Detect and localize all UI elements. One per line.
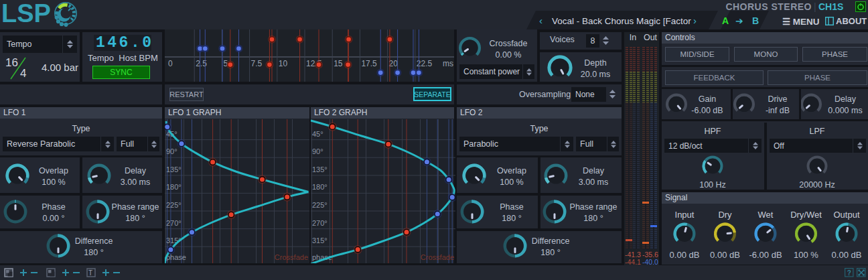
- svg-text:ms: ms: [443, 59, 453, 68]
- svg-text:17.5: 17.5: [361, 59, 377, 68]
- svg-text:90°: 90°: [312, 147, 323, 155]
- svg-text:10: 10: [279, 59, 288, 68]
- svg-text:20: 20: [389, 59, 399, 68]
- svg-text:?: ?: [847, 269, 851, 277]
- svg-text:90°: 90°: [166, 147, 177, 155]
- svg-text:0: 0: [168, 59, 173, 68]
- svg-text:T: T: [88, 269, 92, 277]
- svg-text:225°: 225°: [312, 201, 328, 209]
- svg-text:135°: 135°: [312, 165, 328, 173]
- svg-text:315°: 315°: [312, 236, 328, 244]
- svg-text:phase: phase: [166, 253, 186, 261]
- svg-text:7.5: 7.5: [251, 59, 263, 68]
- svg-text:Crossfade: Crossfade: [275, 253, 308, 261]
- svg-text:180°: 180°: [166, 183, 182, 191]
- svg-text:135°: 135°: [166, 165, 182, 173]
- svg-text:180°: 180°: [312, 183, 328, 191]
- svg-text:225°: 225°: [166, 201, 182, 209]
- svg-text:270°: 270°: [312, 219, 328, 227]
- svg-text:Crossfade: Crossfade: [421, 253, 454, 261]
- svg-text:270°: 270°: [166, 219, 182, 227]
- svg-text:15: 15: [334, 59, 343, 68]
- svg-text:45°: 45°: [312, 130, 323, 138]
